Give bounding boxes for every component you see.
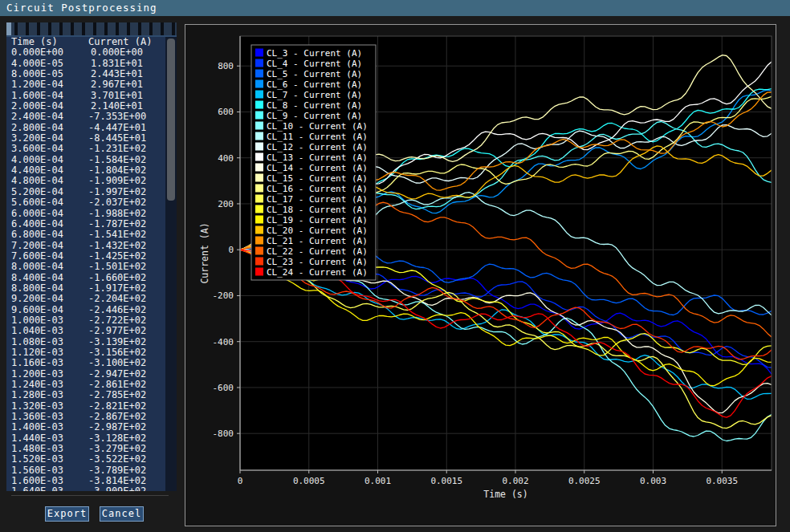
current-cell: -3.128E+02 <box>88 433 143 444</box>
table-row[interactable]: 9.200E-04-2.204E+02 <box>6 294 177 304</box>
current-cell: 2.140E+01 <box>88 101 143 112</box>
current-cell: -2.785E+02 <box>88 390 143 400</box>
table-row[interactable]: 4.000E-051.831E+01 <box>6 59 177 69</box>
legend-label: CL_19 - Current (A) <box>267 215 368 225</box>
current-cell: 2.443E+01 <box>88 69 143 79</box>
legend-entry: CL_16 - Current (A) <box>255 184 368 194</box>
table-row[interactable]: 6.000E-04-1.988E+02 <box>6 209 177 219</box>
current-cell: -1.660E+02 <box>88 273 143 283</box>
table-row[interactable]: 3.600E-04-1.231E+02 <box>6 144 177 154</box>
current-cell: -4.447E+01 <box>88 123 143 133</box>
table-row[interactable]: 8.400E-04-1.660E+02 <box>6 273 177 283</box>
table-row[interactable]: 7.200E-04-1.432E+02 <box>6 241 177 251</box>
legend-entry: CL_24 - Current (A) <box>255 267 368 278</box>
current-cell: -1.425E+02 <box>88 251 143 262</box>
horizontal-scrollbar[interactable] <box>6 22 177 35</box>
table-row[interactable]: 1.080E-03-3.139E+02 <box>6 337 177 347</box>
cancel-button[interactable]: Cancel <box>100 506 144 522</box>
table-rows: 0.000E+000.000E+004.000E-051.831E+018.00… <box>6 47 177 491</box>
table-row[interactable]: 2.800E-04-4.447E+01 <box>6 123 177 133</box>
table-row[interactable]: 5.200E-04-1.997E+02 <box>6 187 177 197</box>
table-row[interactable]: 1.000E-03-2.722E+02 <box>6 315 177 326</box>
y-tick-label: 800 <box>218 61 234 71</box>
time-cell: 4.800E-04 <box>6 176 88 186</box>
table-row[interactable]: 1.640E-03-3.909E+02 <box>6 486 177 491</box>
table-row[interactable]: 1.240E-03-2.861E+02 <box>6 380 177 390</box>
time-cell: 2.800E-04 <box>6 123 88 133</box>
table-row[interactable]: 3.200E-04-8.445E+01 <box>6 133 177 144</box>
table-row[interactable]: 2.400E-04-7.353E+00 <box>6 112 177 122</box>
table-row[interactable]: 1.320E-03-2.821E+02 <box>6 401 177 412</box>
time-cell: 6.800E-04 <box>6 229 88 240</box>
legend-swatch <box>255 132 263 140</box>
current-cell: -3.814E+02 <box>88 476 143 486</box>
table-row[interactable]: 1.560E-03-3.789E+02 <box>6 465 177 476</box>
table-row[interactable]: 5.600E-04-2.037E+02 <box>6 197 177 208</box>
current-cell: -7.353E+00 <box>88 112 143 122</box>
time-cell: 1.360E-03 <box>6 412 88 422</box>
table-row[interactable]: 8.000E-04-1.501E+02 <box>6 262 177 272</box>
table-row[interactable]: 7.600E-04-1.425E+02 <box>6 251 177 262</box>
table-row[interactable]: 1.520E-03-3.522E+02 <box>6 454 177 465</box>
table-row[interactable]: 1.400E-03-2.987E+02 <box>6 422 177 433</box>
table-row[interactable]: 1.200E-042.967E+01 <box>6 79 177 90</box>
legend-label: CL_23 - Current (A) <box>267 257 368 267</box>
time-cell: 8.000E-05 <box>6 69 88 79</box>
current-cell: -3.522E+02 <box>88 454 143 465</box>
table-row[interactable]: 1.600E-043.701E+01 <box>6 91 177 101</box>
table-row[interactable]: 4.800E-04-1.909E+02 <box>6 176 177 186</box>
current-cell: -1.988E+02 <box>88 209 143 219</box>
table-row[interactable]: 1.120E-03-3.156E+02 <box>6 347 177 358</box>
legend-label: CL_22 - Current (A) <box>267 246 368 257</box>
table-row[interactable]: 9.600E-04-2.446E+02 <box>6 305 177 315</box>
table-row[interactable]: 1.360E-03-2.867E+02 <box>6 412 177 422</box>
table-row[interactable]: 2.000E-042.140E+01 <box>6 101 177 112</box>
y-tick-label: -600 <box>213 383 234 393</box>
table-row[interactable]: 6.800E-04-1.541E+02 <box>6 229 177 240</box>
current-cell: 1.831E+01 <box>88 59 143 69</box>
table-row[interactable]: 1.280E-03-2.785E+02 <box>6 390 177 400</box>
legend-label: CL_11 - Current (A) <box>267 132 368 142</box>
legend-label: CL_5 - Current (A) <box>267 69 362 79</box>
table-row[interactable]: 1.040E-03-2.977E+02 <box>6 326 177 336</box>
table-row[interactable]: 1.200E-03-2.947E+02 <box>6 369 177 380</box>
table-row[interactable]: 0.000E+000.000E+00 <box>6 47 177 58</box>
y-axis-label: Current (A) <box>199 222 210 283</box>
current-cell: -2.037E+02 <box>88 197 143 208</box>
horizontal-scrollbar-thumb[interactable] <box>6 22 11 35</box>
current-cell: -2.977E+02 <box>88 326 143 336</box>
table-row[interactable]: 6.400E-04-1.787E+02 <box>6 219 177 229</box>
current-cell: -3.789E+02 <box>88 465 143 476</box>
legend-swatch <box>255 91 263 99</box>
legend-swatch <box>255 174 263 182</box>
table-row[interactable]: 1.440E-03-3.128E+02 <box>6 433 177 444</box>
current-cell: -3.156E+02 <box>88 347 143 358</box>
vertical-scrollbar-thumb[interactable] <box>167 39 175 201</box>
legend-swatch <box>255 195 263 203</box>
table-row[interactable]: 8.800E-04-1.917E+02 <box>6 283 177 294</box>
table-row[interactable]: 1.600E-03-3.814E+02 <box>6 476 177 486</box>
legend-label: CL_24 - Current (A) <box>267 267 368 278</box>
legend-label: CL_12 - Current (A) <box>267 142 368 152</box>
y-tick-label: 0 <box>228 245 234 255</box>
legend-entry: CL_10 - Current (A) <box>255 121 368 132</box>
legend-swatch <box>255 268 263 276</box>
export-button[interactable]: Export <box>45 506 89 522</box>
legend-entry: CL_5 - Current (A) <box>255 69 362 79</box>
data-table[interactable]: Time (s) Current (A) 0.000E+000.000E+004… <box>6 37 177 491</box>
legend-label: CL_13 - Current (A) <box>267 152 368 163</box>
legend-label: CL_3 - Current (A) <box>267 48 362 59</box>
table-row[interactable]: 4.000E-04-1.584E+02 <box>6 155 177 165</box>
table-row[interactable]: 8.000E-052.443E+01 <box>6 69 177 79</box>
legend-swatch <box>255 70 263 78</box>
window-title: Circuit Postprocessing <box>6 2 157 14</box>
legend-swatch <box>255 205 263 213</box>
table-row[interactable]: 4.400E-04-1.804E+02 <box>6 165 177 176</box>
table-row[interactable]: 1.160E-03-3.100E+02 <box>6 358 177 368</box>
title-bar[interactable]: Circuit Postprocessing <box>0 0 790 16</box>
current-cell: 3.701E+01 <box>88 91 143 101</box>
time-cell: 5.600E-04 <box>6 197 88 208</box>
vertical-scrollbar[interactable] <box>165 37 177 491</box>
current-cell: -1.432E+02 <box>88 241 143 251</box>
table-row[interactable]: 1.480E-03-3.279E+02 <box>6 444 177 454</box>
